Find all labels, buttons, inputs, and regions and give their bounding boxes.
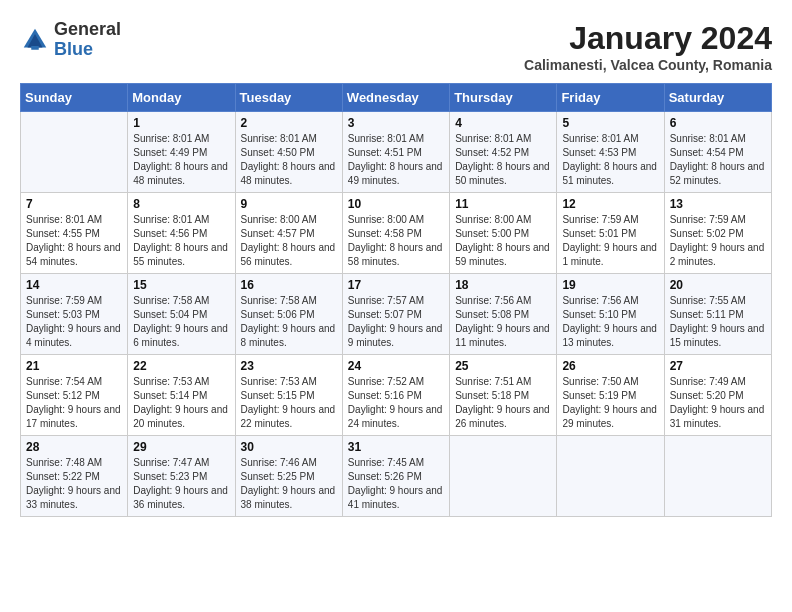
calendar-cell: 28Sunrise: 7:48 AMSunset: 5:22 PMDayligh… bbox=[21, 436, 128, 517]
day-number: 30 bbox=[241, 440, 337, 454]
day-info: Sunrise: 7:56 AMSunset: 5:10 PMDaylight:… bbox=[562, 294, 658, 350]
month-year-title: January 2024 bbox=[524, 20, 772, 57]
day-info: Sunrise: 8:00 AMSunset: 4:57 PMDaylight:… bbox=[241, 213, 337, 269]
day-info: Sunrise: 7:45 AMSunset: 5:26 PMDaylight:… bbox=[348, 456, 444, 512]
calendar-cell: 27Sunrise: 7:49 AMSunset: 5:20 PMDayligh… bbox=[664, 355, 771, 436]
calendar-cell: 30Sunrise: 7:46 AMSunset: 5:25 PMDayligh… bbox=[235, 436, 342, 517]
week-row-4: 21Sunrise: 7:54 AMSunset: 5:12 PMDayligh… bbox=[21, 355, 772, 436]
calendar-cell: 7Sunrise: 8:01 AMSunset: 4:55 PMDaylight… bbox=[21, 193, 128, 274]
day-info: Sunrise: 7:58 AMSunset: 5:06 PMDaylight:… bbox=[241, 294, 337, 350]
day-info: Sunrise: 7:55 AMSunset: 5:11 PMDaylight:… bbox=[670, 294, 766, 350]
calendar-cell: 5Sunrise: 8:01 AMSunset: 4:53 PMDaylight… bbox=[557, 112, 664, 193]
day-info: Sunrise: 7:49 AMSunset: 5:20 PMDaylight:… bbox=[670, 375, 766, 431]
weekday-header-wednesday: Wednesday bbox=[342, 84, 449, 112]
day-number: 28 bbox=[26, 440, 122, 454]
day-info: Sunrise: 8:01 AMSunset: 4:55 PMDaylight:… bbox=[26, 213, 122, 269]
location-subtitle: Calimanesti, Valcea County, Romania bbox=[524, 57, 772, 73]
calendar-cell: 12Sunrise: 7:59 AMSunset: 5:01 PMDayligh… bbox=[557, 193, 664, 274]
logo-icon bbox=[20, 25, 50, 55]
calendar-body: 1Sunrise: 8:01 AMSunset: 4:49 PMDaylight… bbox=[21, 112, 772, 517]
calendar-cell bbox=[557, 436, 664, 517]
day-number: 23 bbox=[241, 359, 337, 373]
day-info: Sunrise: 8:01 AMSunset: 4:53 PMDaylight:… bbox=[562, 132, 658, 188]
calendar-cell bbox=[664, 436, 771, 517]
day-info: Sunrise: 7:59 AMSunset: 5:01 PMDaylight:… bbox=[562, 213, 658, 269]
day-info: Sunrise: 7:59 AMSunset: 5:02 PMDaylight:… bbox=[670, 213, 766, 269]
calendar-cell: 6Sunrise: 8:01 AMSunset: 4:54 PMDaylight… bbox=[664, 112, 771, 193]
calendar-cell: 10Sunrise: 8:00 AMSunset: 4:58 PMDayligh… bbox=[342, 193, 449, 274]
day-number: 5 bbox=[562, 116, 658, 130]
calendar-cell: 16Sunrise: 7:58 AMSunset: 5:06 PMDayligh… bbox=[235, 274, 342, 355]
day-info: Sunrise: 7:48 AMSunset: 5:22 PMDaylight:… bbox=[26, 456, 122, 512]
day-info: Sunrise: 8:01 AMSunset: 4:49 PMDaylight:… bbox=[133, 132, 229, 188]
calendar-cell: 13Sunrise: 7:59 AMSunset: 5:02 PMDayligh… bbox=[664, 193, 771, 274]
day-number: 1 bbox=[133, 116, 229, 130]
day-info: Sunrise: 7:47 AMSunset: 5:23 PMDaylight:… bbox=[133, 456, 229, 512]
day-number: 15 bbox=[133, 278, 229, 292]
page-container: General Blue January 2024 Calimanesti, V… bbox=[20, 20, 772, 517]
calendar-cell: 3Sunrise: 8:01 AMSunset: 4:51 PMDaylight… bbox=[342, 112, 449, 193]
day-number: 24 bbox=[348, 359, 444, 373]
day-info: Sunrise: 7:57 AMSunset: 5:07 PMDaylight:… bbox=[348, 294, 444, 350]
calendar-cell: 8Sunrise: 8:01 AMSunset: 4:56 PMDaylight… bbox=[128, 193, 235, 274]
day-number: 18 bbox=[455, 278, 551, 292]
day-number: 6 bbox=[670, 116, 766, 130]
calendar-cell: 1Sunrise: 8:01 AMSunset: 4:49 PMDaylight… bbox=[128, 112, 235, 193]
day-info: Sunrise: 8:01 AMSunset: 4:50 PMDaylight:… bbox=[241, 132, 337, 188]
week-row-5: 28Sunrise: 7:48 AMSunset: 5:22 PMDayligh… bbox=[21, 436, 772, 517]
header-area: General Blue January 2024 Calimanesti, V… bbox=[20, 20, 772, 73]
day-number: 29 bbox=[133, 440, 229, 454]
calendar-cell bbox=[21, 112, 128, 193]
day-number: 8 bbox=[133, 197, 229, 211]
calendar-cell: 23Sunrise: 7:53 AMSunset: 5:15 PMDayligh… bbox=[235, 355, 342, 436]
calendar-cell: 22Sunrise: 7:53 AMSunset: 5:14 PMDayligh… bbox=[128, 355, 235, 436]
calendar-cell: 18Sunrise: 7:56 AMSunset: 5:08 PMDayligh… bbox=[450, 274, 557, 355]
day-number: 12 bbox=[562, 197, 658, 211]
day-info: Sunrise: 8:00 AMSunset: 5:00 PMDaylight:… bbox=[455, 213, 551, 269]
calendar-cell: 26Sunrise: 7:50 AMSunset: 5:19 PMDayligh… bbox=[557, 355, 664, 436]
day-number: 16 bbox=[241, 278, 337, 292]
day-info: Sunrise: 7:52 AMSunset: 5:16 PMDaylight:… bbox=[348, 375, 444, 431]
day-number: 20 bbox=[670, 278, 766, 292]
day-number: 2 bbox=[241, 116, 337, 130]
week-row-1: 1Sunrise: 8:01 AMSunset: 4:49 PMDaylight… bbox=[21, 112, 772, 193]
day-number: 19 bbox=[562, 278, 658, 292]
day-number: 14 bbox=[26, 278, 122, 292]
weekday-header-tuesday: Tuesday bbox=[235, 84, 342, 112]
calendar-cell: 25Sunrise: 7:51 AMSunset: 5:18 PMDayligh… bbox=[450, 355, 557, 436]
calendar-header: SundayMondayTuesdayWednesdayThursdayFrid… bbox=[21, 84, 772, 112]
day-info: Sunrise: 8:00 AMSunset: 4:58 PMDaylight:… bbox=[348, 213, 444, 269]
day-number: 25 bbox=[455, 359, 551, 373]
day-number: 4 bbox=[455, 116, 551, 130]
weekday-header-row: SundayMondayTuesdayWednesdayThursdayFrid… bbox=[21, 84, 772, 112]
calendar-cell: 21Sunrise: 7:54 AMSunset: 5:12 PMDayligh… bbox=[21, 355, 128, 436]
calendar-cell: 20Sunrise: 7:55 AMSunset: 5:11 PMDayligh… bbox=[664, 274, 771, 355]
day-info: Sunrise: 7:59 AMSunset: 5:03 PMDaylight:… bbox=[26, 294, 122, 350]
day-info: Sunrise: 7:53 AMSunset: 5:14 PMDaylight:… bbox=[133, 375, 229, 431]
day-info: Sunrise: 7:51 AMSunset: 5:18 PMDaylight:… bbox=[455, 375, 551, 431]
day-number: 7 bbox=[26, 197, 122, 211]
day-info: Sunrise: 7:58 AMSunset: 5:04 PMDaylight:… bbox=[133, 294, 229, 350]
weekday-header-sunday: Sunday bbox=[21, 84, 128, 112]
calendar-cell: 15Sunrise: 7:58 AMSunset: 5:04 PMDayligh… bbox=[128, 274, 235, 355]
calendar-cell: 14Sunrise: 7:59 AMSunset: 5:03 PMDayligh… bbox=[21, 274, 128, 355]
day-info: Sunrise: 7:46 AMSunset: 5:25 PMDaylight:… bbox=[241, 456, 337, 512]
calendar-cell: 4Sunrise: 8:01 AMSunset: 4:52 PMDaylight… bbox=[450, 112, 557, 193]
day-info: Sunrise: 7:56 AMSunset: 5:08 PMDaylight:… bbox=[455, 294, 551, 350]
calendar-cell: 29Sunrise: 7:47 AMSunset: 5:23 PMDayligh… bbox=[128, 436, 235, 517]
day-info: Sunrise: 8:01 AMSunset: 4:52 PMDaylight:… bbox=[455, 132, 551, 188]
calendar-cell: 17Sunrise: 7:57 AMSunset: 5:07 PMDayligh… bbox=[342, 274, 449, 355]
day-number: 10 bbox=[348, 197, 444, 211]
weekday-header-friday: Friday bbox=[557, 84, 664, 112]
day-number: 9 bbox=[241, 197, 337, 211]
calendar-cell bbox=[450, 436, 557, 517]
day-info: Sunrise: 8:01 AMSunset: 4:51 PMDaylight:… bbox=[348, 132, 444, 188]
logo-blue-text: Blue bbox=[54, 39, 93, 59]
day-info: Sunrise: 7:54 AMSunset: 5:12 PMDaylight:… bbox=[26, 375, 122, 431]
day-number: 13 bbox=[670, 197, 766, 211]
week-row-3: 14Sunrise: 7:59 AMSunset: 5:03 PMDayligh… bbox=[21, 274, 772, 355]
title-area: January 2024 Calimanesti, Valcea County,… bbox=[524, 20, 772, 73]
day-number: 11 bbox=[455, 197, 551, 211]
weekday-header-saturday: Saturday bbox=[664, 84, 771, 112]
calendar-cell: 24Sunrise: 7:52 AMSunset: 5:16 PMDayligh… bbox=[342, 355, 449, 436]
